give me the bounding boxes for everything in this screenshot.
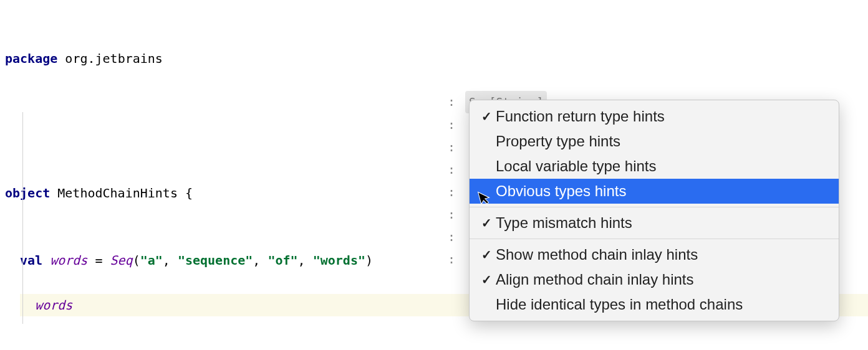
context-menu[interactable]: ✓ Function return type hints Property ty… — [469, 100, 839, 321]
string-words: "words" — [313, 253, 365, 268]
string-of: "of" — [268, 253, 297, 268]
menu-item-align-method-chain-inlay-hints[interactable]: ✓ Align method chain inlay hints — [470, 267, 839, 292]
menu-item-show-method-chain-inlay-hints[interactable]: ✓ Show method chain inlay hints — [470, 242, 839, 267]
package-name: org.jetbrains — [57, 51, 163, 66]
comma: , — [298, 253, 313, 268]
string-a: "a" — [140, 253, 163, 268]
menu-item-property-type-hints[interactable]: Property type hints — [470, 129, 839, 154]
check-icon: ✓ — [477, 247, 496, 262]
keyword-val: val — [20, 253, 42, 268]
object-decl: MethodChainHints { — [50, 186, 193, 201]
menu-item-type-mismatch-hints[interactable]: ✓ Type mismatch hints — [470, 210, 839, 235]
val-name: words — [50, 253, 87, 268]
menu-label: Property type hints — [496, 133, 829, 150]
comma: , — [253, 253, 268, 268]
paren: ) — [365, 253, 373, 268]
words-ref: words — [20, 298, 72, 313]
check-icon: ✓ — [477, 109, 496, 124]
keyword-object: object — [5, 186, 50, 201]
menu-item-hide-identical-types[interactable]: Hide identical types in method chains — [470, 292, 839, 317]
menu-label: Align method chain inlay hints — [496, 271, 829, 288]
keyword-package: package — [5, 51, 57, 66]
menu-label: Type mismatch hints — [496, 214, 829, 232]
menu-label: Local variable type hints — [496, 158, 829, 175]
code-line: package org.jetbrains — [5, 47, 868, 70]
menu-label: Function return type hints — [496, 108, 829, 125]
menu-separator — [470, 207, 839, 207]
menu-label: Obvious types hints — [496, 182, 829, 200]
menu-item-local-variable-type-hints[interactable]: Local variable type hints — [470, 154, 839, 179]
eq: = — [87, 253, 110, 268]
menu-label: Hide identical types in method chains — [496, 296, 829, 313]
paren: ( — [133, 253, 140, 268]
check-icon: ✓ — [477, 272, 496, 287]
indent-guide — [22, 112, 23, 324]
seq-call: Seq — [110, 253, 133, 268]
check-icon: ✓ — [477, 215, 496, 230]
menu-item-obvious-types-hints[interactable]: Obvious types hints — [470, 179, 839, 204]
menu-label: Show method chain inlay hints — [496, 246, 829, 263]
string-sequence: "sequence" — [178, 253, 253, 268]
menu-separator — [470, 239, 839, 239]
menu-item-function-return-type-hints[interactable]: ✓ Function return type hints — [470, 104, 839, 129]
comma: , — [163, 253, 178, 268]
